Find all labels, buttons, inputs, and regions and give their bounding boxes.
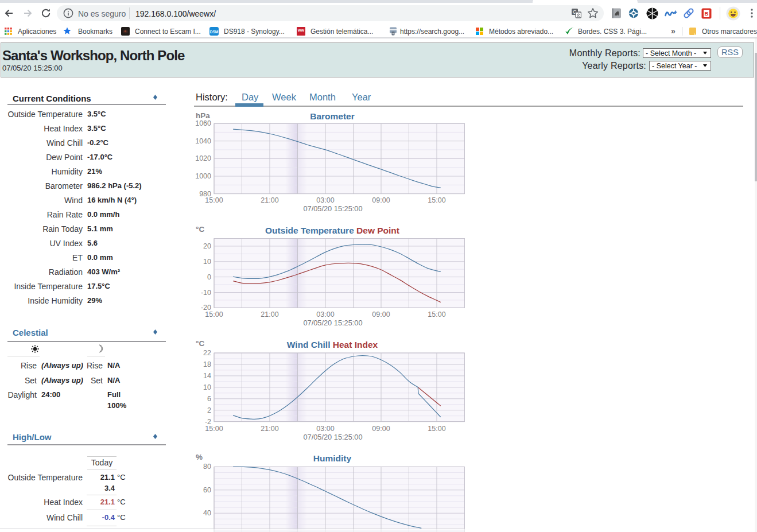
svg-text:21:00: 21:00 <box>261 196 278 204</box>
svg-text:1020: 1020 <box>195 154 211 162</box>
svg-text:B: B <box>705 10 709 17</box>
svg-text:0: 0 <box>207 273 211 281</box>
svg-text:15:00: 15:00 <box>428 196 445 204</box>
svg-text:6: 6 <box>207 395 211 403</box>
svg-text:40: 40 <box>203 509 211 517</box>
svg-text:15:00: 15:00 <box>428 425 445 433</box>
svg-text:20: 20 <box>203 242 211 250</box>
svg-text:%: % <box>196 453 203 461</box>
svg-text:°C: °C <box>196 225 204 234</box>
svg-text:DSM: DSM <box>210 30 218 34</box>
svg-text:80: 80 <box>203 463 211 471</box>
svg-text:Wind Chill Heat Index: Wind Chill Heat Index <box>287 340 378 350</box>
svg-text:2: 2 <box>207 406 211 414</box>
svg-text:07/05/20 15:25:00: 07/05/20 15:25:00 <box>303 204 362 213</box>
svg-text:60: 60 <box>203 486 211 494</box>
svg-text:Barometer: Barometer <box>310 111 355 121</box>
svg-text:15:00: 15:00 <box>205 310 223 319</box>
svg-text:07/05/20 15:25:00: 07/05/20 15:25:00 <box>303 319 362 327</box>
svg-text:10: 10 <box>203 383 211 391</box>
svg-text:Humidity: Humidity <box>313 453 352 463</box>
svg-text:1040: 1040 <box>195 137 211 145</box>
svg-text:10: 10 <box>203 258 211 266</box>
svg-text:21:00: 21:00 <box>261 310 278 319</box>
svg-text:15:00: 15:00 <box>428 310 445 319</box>
svg-text:03:00: 03:00 <box>316 425 334 433</box>
svg-text:1060: 1060 <box>195 119 211 127</box>
svg-text:°C: °C <box>196 339 204 348</box>
svg-text:18: 18 <box>203 360 211 368</box>
svg-text:hPa: hPa <box>196 111 210 120</box>
svg-text:03:00: 03:00 <box>316 310 334 319</box>
svg-text:07/05/20 15:25:00: 07/05/20 15:25:00 <box>303 433 362 441</box>
svg-text:21:00: 21:00 <box>261 425 278 433</box>
svg-text:09:00: 09:00 <box>372 425 390 433</box>
svg-text:09:00: 09:00 <box>372 310 390 319</box>
svg-text:1000: 1000 <box>195 172 211 180</box>
svg-text:03:00: 03:00 <box>316 196 334 204</box>
svg-text:22: 22 <box>203 349 211 357</box>
svg-text:Outside Temperature Dew Point: Outside Temperature Dew Point <box>265 226 399 235</box>
svg-text:ww: ww <box>297 28 304 32</box>
svg-text:14: 14 <box>203 372 211 380</box>
svg-text:09:00: 09:00 <box>372 196 390 204</box>
svg-text:15:00: 15:00 <box>205 196 223 204</box>
svg-text:15:00: 15:00 <box>205 425 223 433</box>
svg-text:-10: -10 <box>201 289 211 297</box>
